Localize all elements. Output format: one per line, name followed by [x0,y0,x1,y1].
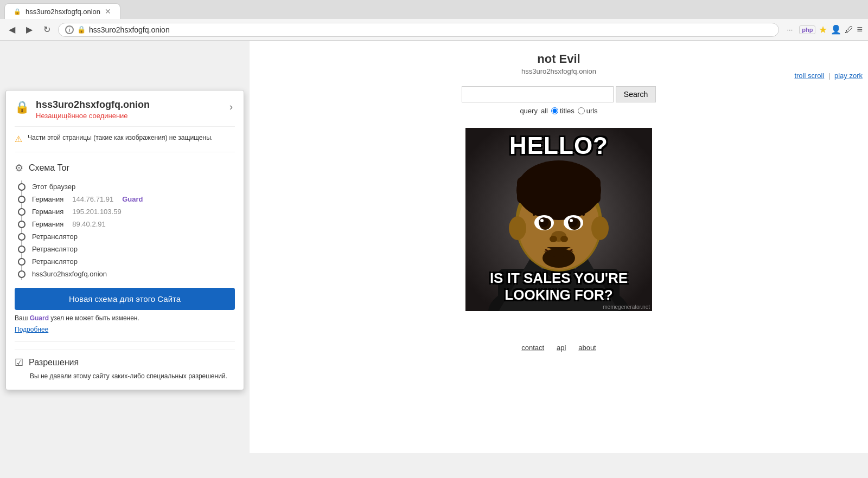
meme-image: HELLO? IS IT SALES YOU'RE LOOKING FOR? m… [465,128,652,311]
address-text[interactable]: hss3uro2hsxfogfq.onion [89,25,772,34]
page-header: not Evil hss3uro2hsxfogfq.onion [260,52,857,75]
tor-node-3: Германия 89.40.2.91 [18,218,235,230]
back-button[interactable]: ◀ [5,22,18,37]
node-ip: 195.201.103.59 [72,208,121,216]
tor-node-1: Германия 144.76.71.91 Guard [18,193,235,205]
tab-close-button[interactable]: ✕ [105,7,111,16]
meme-watermark: memegenerator.net [603,304,650,310]
svg-point-22 [560,236,568,242]
new-circuit-button[interactable]: Новая схема для этого Сайта [15,288,235,310]
tor-node-7: hss3uro2hsxfogfq.onion [18,268,235,280]
troll-scroll-link[interactable]: troll scroll [794,72,824,80]
page-title: not Evil [260,52,857,66]
svg-point-17 [568,217,578,227]
node-dot [18,270,25,278]
main-content: not Evil hss3uro2hsxfogfq.onion Search q… [250,41,868,453]
lock-big-icon: 🔒 [15,100,29,114]
meme-bottom-text: IS IT SALES YOU'RE LOOKING FOR? [465,270,652,303]
forward-button[interactable]: ▶ [23,22,36,37]
svg-rect-9 [517,177,601,204]
titles-label: titles [560,107,575,115]
tor-section: ⚙ Схема Tor Этот браузер Германия 144.76… [15,160,235,334]
svg-point-19 [570,219,573,222]
svg-point-23 [542,248,575,268]
hamburger-menu-button[interactable]: ≡ [857,24,863,35]
svg-point-16 [539,217,548,227]
search-input[interactable] [462,86,614,102]
php-badge: php [799,25,815,34]
dots-menu-button[interactable]: ··· [783,24,796,35]
query-label: query [520,107,538,115]
permissions-icon: ☑ [15,357,23,369]
titles-radio[interactable] [551,107,558,114]
tor-header: ⚙ Схема Tor [15,162,235,174]
profile-button[interactable]: 🖊 [845,25,853,35]
page-footer: contact api about [260,344,857,363]
more-info-link[interactable]: Подробнее [15,326,48,333]
browser-toolbar: ◀ ▶ ↻ i 🔒 hss3uro2hsxfogfq.onion ··· php… [0,19,868,41]
guard-keyword: Guard [30,314,49,322]
play-zork-link[interactable]: play zork [834,72,863,80]
all-label: all [541,107,548,115]
link-separator: | [828,72,830,80]
tor-title: Схема Tor [29,163,69,173]
toolbar-right: ··· php ★ 👤 🖊 ≡ [783,24,863,36]
node-ip: 89.40.2.91 [72,220,105,228]
tab-title: hss3uro2hsxfogfq.onion [25,8,100,16]
warning-icon: ⚠ [15,134,22,144]
security-dropdown: 🔒 hss3uro2hsxfogfq.onion Незащищённое со… [5,90,244,390]
permissions-text: Вы не давали этому сайту каких-либо спец… [30,372,235,381]
svg-point-10 [509,216,526,240]
contact-link[interactable]: contact [521,344,544,352]
svg-point-21 [550,236,557,242]
about-link[interactable]: about [578,344,596,352]
tor-chain: Этот браузер Германия 144.76.71.91 Guard… [18,180,235,280]
tor-node-0: Этот браузер [18,180,235,193]
node-label: Этот браузер [32,183,75,191]
search-row: Search [462,86,656,102]
node-dot [18,246,25,253]
node-ip: 144.76.71.91 [72,195,113,203]
info-icon: i [65,25,74,34]
search-button[interactable]: Search [616,86,656,102]
node-dot [18,258,25,266]
site-name: hss3uro2hsxfogfq.onion [36,99,150,111]
sync-button[interactable]: 👤 [831,24,841,35]
api-link[interactable]: api [557,344,566,352]
urls-label: urls [586,107,598,115]
node-dot [18,233,25,241]
page-subtitle: hss3uro2hsxfogfq.onion [260,67,857,75]
node-dot [18,208,25,216]
node-label: Ретранслятор [32,257,78,266]
address-bar[interactable]: i 🔒 hss3uro2hsxfogfq.onion [58,23,779,37]
node-guard: Guard [122,195,143,203]
dropdown-header: 🔒 hss3uro2hsxfogfq.onion Незащищённое со… [15,99,235,127]
tab-lock-icon: 🔒 [14,8,21,15]
tor-icon: ⚙ [15,162,23,174]
node-dot [18,183,25,191]
warning-text: Части этой страницы (такие как изображен… [28,133,213,143]
permissions-header: ☑ Разрешения [15,357,235,369]
node-dot [18,196,25,203]
titles-option[interactable]: titles [551,107,575,115]
tor-node-6: Ретранслятор [18,255,235,268]
node-label: Германия [32,195,63,203]
tor-node-2: Германия 195.201.103.59 [18,205,235,218]
bookmark-star-button[interactable]: ★ [819,24,827,36]
urls-option[interactable]: urls [578,107,598,115]
refresh-button[interactable]: ↻ [40,22,54,37]
node-label: Германия [32,208,63,216]
node-label: Ретранслятор [32,245,78,253]
insecure-label: Незащищённое соединение [36,112,150,120]
meme-top-text: HELLO? [465,132,652,159]
permissions-section: ☑ Разрешения Вы не давали этому сайту ка… [15,350,235,381]
svg-point-11 [591,216,609,240]
warning-row: ⚠ Части этой страницы (такие как изображ… [15,133,235,144]
expand-arrow-button[interactable]: › [227,99,235,115]
node-label: hss3uro2hsxfogfq.onion [32,270,107,278]
meme-container: HELLO? IS IT SALES YOU'RE LOOKING FOR? m… [260,128,857,311]
urls-radio[interactable] [578,107,585,114]
browser-tab[interactable]: 🔒 hss3uro2hsxfogfq.onion ✕ [4,3,120,19]
guard-note: Ваш Guard узел не может быть изменен. [15,314,235,322]
tor-node-5: Ретранслятор [18,243,235,255]
